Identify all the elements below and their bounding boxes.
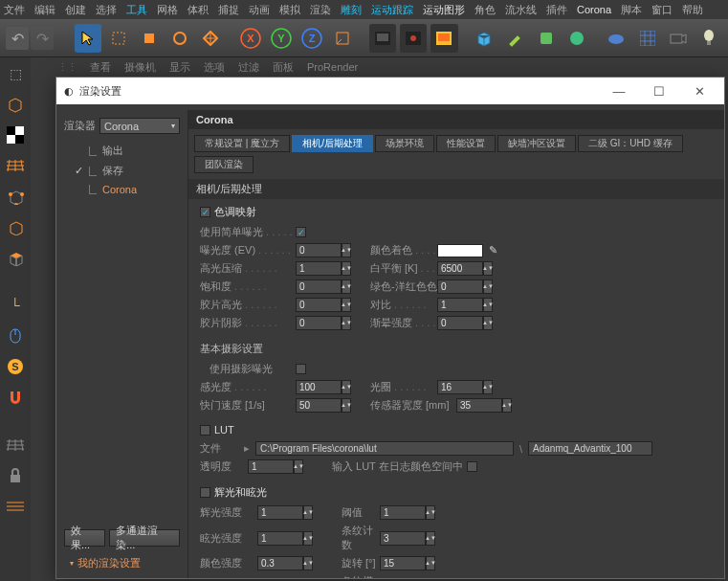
vign-input[interactable]: ▲▼ <box>437 316 493 330</box>
redo-button[interactable]: ↷ <box>31 27 54 50</box>
contrast-input[interactable]: ▲▼ <box>437 298 493 312</box>
gm-input[interactable]: ▲▼ <box>437 279 493 294</box>
use-cam-expo-checkbox[interactable] <box>296 364 306 374</box>
maximize-button[interactable]: ☐ <box>642 80 676 101</box>
sat-input[interactable]: ▲▼ <box>296 279 351 294</box>
display-menu[interactable]: 显示 <box>169 60 190 75</box>
dock-workplane-icon[interactable] <box>3 433 28 458</box>
menu-render[interactable]: 渲染 <box>310 3 331 17</box>
multipass-button[interactable]: 多通道渲染... <box>109 529 180 547</box>
dock-axis-icon[interactable]: └ <box>3 293 28 318</box>
cube-primitive-button[interactable] <box>471 24 497 53</box>
tab-gi[interactable]: 二级 GI：UHD 缓存 <box>578 135 683 152</box>
view-menu[interactable]: 查看 <box>90 60 111 75</box>
dock-grid1-icon[interactable] <box>3 153 28 178</box>
color-i-input[interactable]: ▲▼ <box>257 556 313 570</box>
shutter-input[interactable]: ▲▼ <box>296 398 351 413</box>
menu-sculpt[interactable]: 雕刻 <box>341 3 362 17</box>
grid-button[interactable] <box>634 24 661 53</box>
tab-scene-env[interactable]: 场景环境 <box>375 135 434 152</box>
menu-select[interactable]: 选择 <box>96 3 117 17</box>
options-menu[interactable]: 选项 <box>204 60 225 75</box>
hl-comp-input[interactable]: ▲▼ <box>296 261 351 276</box>
menu-help[interactable]: 帮助 <box>682 3 703 17</box>
menu-mograph[interactable]: 运动图形 <box>423 3 465 17</box>
menu-motrack[interactable]: 运动跟踪 <box>371 3 413 17</box>
menu-plugins[interactable]: 插件 <box>546 3 567 17</box>
camera-menu[interactable]: 摄像机 <box>124 60 156 75</box>
bloom-enable-checkbox[interactable] <box>200 487 210 498</box>
dock-snap-s-icon[interactable]: S <box>3 354 28 379</box>
camera-button[interactable] <box>665 24 692 53</box>
simple-expo-checkbox[interactable]: ✓ <box>296 227 306 237</box>
dock-point-icon[interactable] <box>3 184 28 209</box>
axis-x-button[interactable]: X <box>237 24 264 53</box>
tree-save[interactable]: ✓保存 <box>72 164 180 178</box>
streak-n-input[interactable]: ▲▼ <box>380 531 435 546</box>
lut-log-checkbox[interactable] <box>467 461 477 472</box>
my-render-settings[interactable]: ▾我的渲染设置 <box>64 556 180 570</box>
tab-performance[interactable]: 性能设置 <box>436 135 496 152</box>
dock-poly-icon[interactable] <box>3 245 28 270</box>
close-button[interactable]: ✕ <box>682 80 717 101</box>
lut-opacity-input[interactable]: ▲▼ <box>248 459 303 474</box>
tab-general[interactable]: 常规设置 | 魔立方 <box>194 135 290 152</box>
dialog-titlebar[interactable]: ◐ 渲染设置 — ☐ ✕ <box>56 78 724 104</box>
render-view-button[interactable] <box>369 24 396 53</box>
menu-char[interactable]: 角色 <box>474 3 496 17</box>
iso-input[interactable]: ▲▼ <box>296 380 351 394</box>
live-select-tool[interactable] <box>105 24 132 53</box>
menu-volume[interactable]: 体积 <box>188 3 209 17</box>
undo-button[interactable]: ↶ <box>6 27 29 50</box>
glow-input[interactable]: ▲▼ <box>257 505 313 520</box>
filter-menu[interactable]: 过滤 <box>238 60 259 75</box>
lut-enable-checkbox[interactable] <box>200 425 210 436</box>
wb-input[interactable]: ▲▼ <box>437 261 493 276</box>
lut-path-input[interactable] <box>255 441 514 456</box>
tone-enable-checkbox[interactable]: ✓ <box>200 207 210 217</box>
tab-camera-post[interactable]: 相机/后期处理 <box>292 135 373 152</box>
rotate-tool[interactable] <box>166 24 193 53</box>
menu-create[interactable]: 创建 <box>65 3 86 17</box>
pen-tool-button[interactable] <box>501 24 528 53</box>
dock-grip-icon[interactable]: ⋮⋮ <box>57 61 77 74</box>
dock-magnet-icon[interactable] <box>3 385 28 410</box>
menu-anim[interactable]: 动画 <box>249 3 270 17</box>
expo-ev-input[interactable]: ▲▼ <box>296 243 351 257</box>
dock-grid2-icon[interactable] <box>3 494 28 519</box>
sensor-input[interactable]: ▲▼ <box>456 398 512 413</box>
menu-tools[interactable]: 工具 <box>126 3 147 17</box>
effects-button[interactable]: 效果... <box>64 529 105 547</box>
film-sh-input[interactable]: ▲▼ <box>296 316 351 330</box>
environment-button[interactable] <box>563 24 590 53</box>
menu-script[interactable]: 脚本 <box>621 3 642 17</box>
dock-checker-icon[interactable] <box>3 123 28 147</box>
dock-lock-icon[interactable] <box>3 463 28 488</box>
menu-mesh[interactable]: 网格 <box>157 3 178 17</box>
tree-output[interactable]: 输出 <box>72 144 180 158</box>
aperture-input[interactable]: ▲▼ <box>437 380 493 394</box>
axis-z-button[interactable]: Z <box>298 24 325 53</box>
eyedropper-icon[interactable]: ✎ <box>489 244 502 257</box>
menu-corona[interactable]: Corona <box>577 4 611 15</box>
tree-corona[interactable]: Corona <box>72 184 180 195</box>
thresh-input[interactable]: ▲▼ <box>380 505 435 520</box>
dock-mouse-icon[interactable] <box>3 324 28 348</box>
color-tint-swatch[interactable] <box>437 244 483 257</box>
menu-edit[interactable]: 编辑 <box>34 3 55 17</box>
lut-browse-icon[interactable]: ▸ <box>244 442 250 455</box>
menu-sim[interactable]: 模拟 <box>279 3 300 17</box>
light-button[interactable] <box>695 24 722 53</box>
subtab-team[interactable]: 团队渲染 <box>194 156 254 173</box>
prorender-menu[interactable]: ProRender <box>307 61 358 73</box>
dock-edge-icon[interactable] <box>3 214 28 239</box>
dock-model-icon[interactable]: ⬚ <box>3 61 28 86</box>
move-tool[interactable] <box>136 24 163 53</box>
axis-y-button[interactable]: Y <box>268 24 295 53</box>
glare-input[interactable]: ▲▼ <box>257 531 313 546</box>
minimize-button[interactable]: — <box>602 80 636 101</box>
cloud-button[interactable] <box>603 24 629 53</box>
menu-window[interactable]: 窗口 <box>651 3 673 17</box>
coord-sys-button[interactable] <box>329 24 356 53</box>
panel-menu[interactable]: 面板 <box>273 60 294 75</box>
